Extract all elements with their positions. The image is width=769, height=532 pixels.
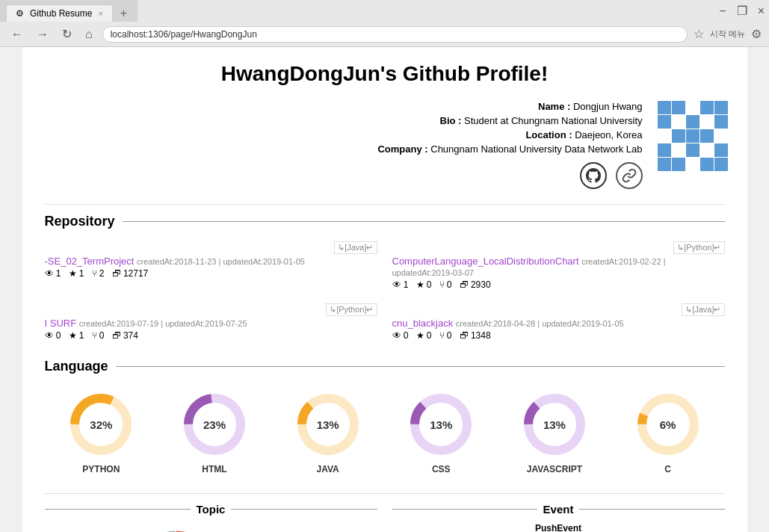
home-button[interactable]: ⌂ — [81, 26, 96, 43]
push-event-label: PushEvent — [535, 523, 581, 532]
avatar-cell — [686, 143, 699, 157]
close-button[interactable]: × — [753, 3, 769, 19]
star-stat: ★ 0 — [416, 330, 432, 341]
radar-container: PushEvent 722 CreateEvent MemberEvent — [392, 523, 725, 532]
lang-item: 13% CSS — [407, 391, 475, 474]
tab-favicon: ⚙ — [16, 8, 24, 19]
bottom-sections: Topic apache2 - 1timesmysql - 1timesgith… — [45, 503, 725, 532]
lang-item: 23% HTML — [181, 391, 248, 474]
avatar-cell — [672, 115, 685, 129]
repo-name-row: I SURF createdAt:2019-07-19 | updatedAt:… — [45, 318, 377, 329]
language-charts: 32% PYTHON 23% HTML 13% JAVA 13% — [45, 383, 725, 478]
restore-button[interactable]: ❐ — [732, 2, 752, 19]
star-icon[interactable]: ☆ — [694, 27, 704, 41]
repo-dates: createdAt:2018-11-23 | updatedAt:2019-01… — [137, 257, 305, 266]
avatar-cell — [672, 129, 685, 143]
language-header: Language — [45, 359, 725, 374]
star-stat: ★ 1 — [69, 268, 84, 279]
refresh-button[interactable]: ↻ — [58, 25, 75, 43]
language-label: Language — [45, 359, 108, 374]
avatar-cell — [658, 158, 671, 171]
topic-label: Topic — [197, 503, 226, 516]
profile-info: Name : Dongjun Hwang Bio : Student at Ch… — [377, 101, 642, 189]
repo-name-link[interactable]: -SE_02_TermProject — [45, 256, 135, 267]
active-tab[interactable]: ⚙ Github Resume × — [6, 4, 113, 22]
pie-chart — [127, 523, 224, 532]
topic-section: Topic apache2 - 1timesmysql - 1timesgith… — [45, 503, 377, 532]
repo-card: ↳[Java]↵ cnu_blackjack createdAt:2018-04… — [392, 300, 725, 344]
avatar-cell — [658, 143, 671, 157]
lang-name: PYTHON — [82, 464, 120, 474]
link-icon[interactable] — [616, 162, 643, 189]
donut-wrapper: 6% — [634, 391, 702, 458]
event-label: Event — [543, 503, 574, 516]
tab-close-button[interactable]: × — [98, 9, 102, 18]
avatar-cell — [700, 129, 714, 143]
star-stat: ★ 1 — [69, 330, 84, 341]
avatar-cell — [686, 129, 699, 143]
new-tab-button[interactable]: + — [116, 5, 132, 22]
profile-icons — [377, 162, 642, 189]
address-bar: ← → ↻ ⌂ localhost:1306/page/HwangDongJun… — [0, 22, 769, 46]
donut-wrapper: 13% — [294, 391, 362, 458]
avatar-cell — [714, 115, 728, 129]
topic-content: apache2 - 1timesmysql - 1timesgithub-api… — [45, 523, 377, 532]
avatar-cell — [714, 143, 728, 157]
tab-title: Github Resume — [30, 8, 92, 19]
watch-stat: 👁 0 — [392, 330, 409, 341]
github-icon[interactable] — [580, 162, 607, 189]
lang-item: 32% PYTHON — [67, 391, 135, 474]
avatar-cell — [700, 101, 714, 114]
star-stat: ★ 0 — [416, 279, 432, 290]
size-stat: 🗗 374 — [112, 330, 138, 341]
repo-name-link[interactable]: ComputerLanguage_LocalDistributionChart — [392, 256, 579, 267]
profile-company: Company : Chungnam National University D… — [377, 143, 642, 155]
donut-percent: 23% — [203, 418, 226, 431]
repo-name-link[interactable]: I SURF — [45, 318, 77, 329]
donut-percent: 13% — [317, 418, 339, 431]
size-stat: 🗗 2930 — [460, 279, 491, 290]
event-header: Event — [392, 503, 725, 516]
donut-wrapper: 32% — [67, 391, 135, 458]
avatar-cell — [658, 115, 671, 129]
event-section: Event PushEvent 722 CreateEvent MemberEv… — [392, 503, 725, 532]
avatar-cell — [686, 101, 699, 114]
avatar-cell — [714, 158, 728, 171]
fork-stat: ⑂ 0 — [439, 330, 452, 341]
avatar-cell — [686, 158, 699, 171]
avatar-cell — [672, 143, 685, 157]
donut-wrapper: 23% — [181, 391, 248, 458]
repo-header: ↳[Java]↵ — [392, 303, 725, 316]
repo-lang-badge: ↳[Java]↵ — [334, 241, 377, 254]
repository-header: Repository — [45, 214, 725, 229]
avatar-cell — [658, 129, 671, 143]
repo-header: ↳[Java]↵ — [45, 241, 377, 254]
tab-bar: ⚙ Github Resume × + — [0, 0, 138, 22]
browser-chrome: ⚙ Github Resume × + − ❐ × ← → ↻ ⌂ localh… — [0, 0, 769, 47]
donut-wrapper: 13% — [521, 391, 588, 458]
repo-stats: 👁 0 ★ 1 ⑂ 0 🗗 374 — [45, 330, 377, 341]
avatar-cell — [714, 129, 728, 143]
repo-stats: 👁 0 ★ 0 ⑂ 0 🗗 1348 — [392, 330, 725, 341]
back-button[interactable]: ← — [7, 26, 27, 43]
avatar-cell — [672, 101, 685, 114]
repo-name-link[interactable]: cnu_blackjack — [392, 318, 454, 329]
minimize-button[interactable]: − — [714, 3, 730, 19]
url-bar[interactable]: localhost:1306/page/HwangDongJun — [102, 26, 688, 43]
avatar-cell — [714, 101, 728, 114]
avatar-cell — [658, 101, 671, 114]
forward-button[interactable]: → — [33, 26, 52, 43]
lang-item: 6% C — [634, 391, 702, 474]
profile-bio: Bio : Student at Chungnam National Unive… — [377, 115, 642, 126]
donut-wrapper: 13% — [407, 391, 475, 458]
lang-item: 13% JAVASCRIPT — [521, 391, 588, 474]
profile-name: Name : Dongjun Hwang — [377, 101, 642, 112]
lang-name: CSS — [432, 464, 451, 474]
repo-header: ↳[Python]↵ — [392, 241, 725, 254]
repo-lang-badge: ↳[Java]↵ — [682, 303, 724, 316]
size-stat: 🗗 12717 — [112, 268, 149, 279]
avatar — [658, 101, 725, 168]
donut-percent: 32% — [90, 418, 112, 431]
repo-card: ↳[Java]↵ -SE_02_TermProject createdAt:20… — [45, 238, 377, 293]
bottom-divider — [45, 493, 725, 494]
